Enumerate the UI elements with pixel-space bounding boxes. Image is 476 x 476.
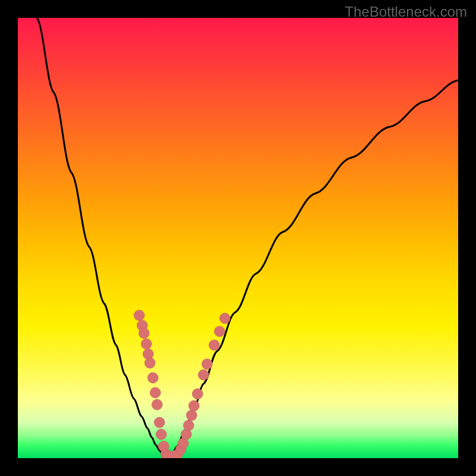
data-dot xyxy=(154,417,165,428)
watermark-text: TheBottleneck.com xyxy=(345,4,467,20)
data-dot xyxy=(198,369,209,380)
data-dot xyxy=(202,359,212,369)
data-dot xyxy=(192,389,203,399)
data-dot xyxy=(139,328,149,339)
data-dot xyxy=(152,399,162,410)
data-dot xyxy=(141,339,152,349)
curve-svg xyxy=(18,18,458,458)
data-dot xyxy=(183,420,194,431)
right-curve xyxy=(167,80,458,458)
data-dot xyxy=(214,326,225,337)
data-dot xyxy=(145,358,155,368)
data-dot xyxy=(189,400,199,411)
data-dot xyxy=(148,372,158,383)
plot-area xyxy=(18,18,458,458)
data-dot xyxy=(186,410,197,421)
left-curve xyxy=(37,18,167,458)
data-dot xyxy=(220,313,230,324)
data-dot xyxy=(150,387,161,398)
data-dot xyxy=(209,340,220,350)
data-dots xyxy=(134,310,230,458)
data-dot xyxy=(134,310,145,321)
data-dot xyxy=(156,429,167,440)
